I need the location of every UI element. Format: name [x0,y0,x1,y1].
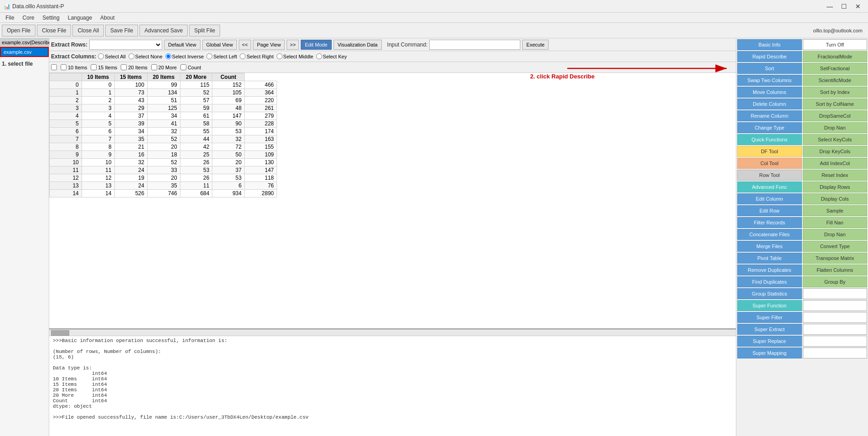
menu-setting[interactable]: Setting [39,14,63,22]
right-panel-button-display-cols[interactable]: Display Cols [803,193,868,204]
table-cell: 934 [212,190,245,197]
select-none-radio[interactable]: Select None [128,53,163,59]
extract-rows-select[interactable] [89,40,162,50]
table-cell: 76 [245,182,277,190]
right-panel-row: Concatenate FilesDrop Nan [737,229,867,240]
right-panel-button-drop-nan[interactable]: Drop Nan [803,229,868,240]
page-view-button[interactable]: Page View [253,40,285,50]
select-key-radio[interactable]: Select Key [316,53,347,59]
right-panel-button-sample[interactable]: Sample [803,205,868,216]
right-panel-button-quick-functions[interactable]: Quick Functions [737,134,802,145]
table-cell-label: 6 [82,128,114,135]
menu-file[interactable]: File [2,14,18,22]
right-panel-row: Basic InfoTurn Off [737,39,867,50]
data-table-area[interactable]: 10 Items 15 Items 20 Items 20 More Count… [49,73,736,329]
right-panel-button-super-filter[interactable]: Super Filter [737,312,802,323]
table-row: 8821204272155 [50,143,277,151]
next-page-button[interactable]: >> [287,40,299,50]
file-item-example[interactable]: example.csv [0,47,49,57]
right-panel-button-filter-records[interactable]: Filter Records [737,217,802,228]
right-panel-button-sort-by-colname[interactable]: Sort by ColName [803,99,868,109]
right-panel-button-group-by[interactable]: Group By [803,276,868,287]
visualization-button[interactable]: Visualization Data [334,40,382,50]
default-view-button[interactable]: Default View [164,40,200,50]
right-panel-button-delete-column[interactable]: Delete Column [737,99,802,109]
table-cell-index: 7 [50,135,82,143]
close-file-button[interactable]: Close File [37,25,71,36]
right-panel-button-super-extract[interactable]: Super Extract [737,324,802,335]
20-items-checkbox[interactable]: 20 Items [121,64,147,70]
open-file-button[interactable]: Open File [2,25,36,36]
right-panel-button-row-tool[interactable]: Row Tool [737,170,802,181]
select-inverse-radio[interactable]: Select Inverse [165,53,204,59]
right-panel-button-drop-keycols[interactable]: Drop KeyCols [803,146,868,157]
global-view-button[interactable]: Global View [202,40,237,50]
right-panel-button-edit-row[interactable]: Edit Row [737,205,802,216]
15-items-checkbox[interactable]: 15 Items [91,64,117,70]
right-panel-button-move-columns[interactable]: Move Columns [737,87,802,98]
table-cell: 99 [147,81,180,89]
horizontal-scrollbar[interactable] [49,329,736,336]
right-panel-button-df-tool[interactable]: DF Tool [737,146,802,157]
execute-button[interactable]: Execute [522,40,549,50]
right-panel-button-remove-duplicates[interactable]: Remove Duplicates [737,265,802,275]
close-all-button[interactable]: Close All [72,25,104,36]
menu-about[interactable]: About [97,14,118,22]
10-items-checkbox[interactable]: 10 Items [61,64,87,70]
save-file-button[interactable]: Save File [105,25,138,36]
right-panel-button-group-statistics[interactable]: Group Statistics [737,288,802,299]
right-panel-button-basic-info[interactable]: Basic Info [737,39,802,50]
right-panel-button-super-replace[interactable]: Super Replace [737,336,802,347]
menu-language[interactable]: Language [64,14,96,22]
table-cell: 29 [114,104,147,112]
items-bar-checkbox[interactable] [51,64,57,70]
right-panel-button-flatten-columns[interactable]: Flatten Columns [803,265,868,275]
right-panel-button-super-function[interactable]: Super Function [737,300,802,311]
select-middle-radio[interactable]: Select Middle [277,53,313,59]
right-panel-button-merge-files[interactable]: Merge Files [737,241,802,252]
scrollbar-thumb[interactable] [51,330,69,336]
right-panel-button-drop-nan[interactable]: Drop Nan [803,122,868,133]
close-button[interactable]: ✕ [852,2,864,11]
right-panel-button-add-indexcol[interactable]: Add IndexCol [803,158,868,169]
right-panel-button-edit-column[interactable]: Edit Column [737,193,802,204]
right-panel-button-find-duplicates[interactable]: Find Duplicates [737,276,802,287]
right-panel-button-convert-type[interactable]: Convert Type [803,241,868,252]
right-panel-button-transpose-matrix[interactable]: Transpose Matrix [803,253,868,264]
right-panel-button-change-type[interactable]: Change Type [737,122,802,133]
prev-page-button[interactable]: << [239,40,251,50]
right-panel-button-swap-two-columns[interactable]: Swap Two Columns [737,75,802,86]
table-cell: 52 [147,135,180,143]
select-all-radio[interactable]: Select All [98,53,125,59]
right-panel-button-advanced-func[interactable]: Advanced Func [737,182,802,192]
table-cell: 20 [147,143,180,151]
right-panel-button-rename-column[interactable]: Rename Column [737,110,802,121]
right-panel-button-dropsamecol[interactable]: DropSameCol [803,110,868,121]
right-panel-button-fill-nan[interactable]: Fill Nan [803,217,868,228]
input-command-field[interactable] [429,40,520,50]
right-panel-button-rapid-describe[interactable]: Rapid Describe [737,51,802,62]
right-panel-button-scientificmode[interactable]: ScientificMode [803,75,868,86]
right-panel-button-col-tool[interactable]: Col Tool [737,158,802,169]
right-panel-button-turn-off[interactable]: Turn Off [803,39,868,50]
right-panel-button-setfractional[interactable]: SetFractional [803,63,868,74]
20-more-checkbox[interactable]: 20 More [151,64,177,70]
right-panel-button-pivot-table[interactable]: Pivot Table [737,253,802,264]
edit-mode-button[interactable]: Edit Mode [301,40,332,50]
right-panel-button-super-mapping[interactable]: Super Mapping [737,348,802,358]
right-panel-button-sort[interactable]: Sort [737,63,802,74]
select-left-radio[interactable]: Select Left [206,53,237,59]
minimize-button[interactable]: — [823,2,837,11]
menu-core[interactable]: Core [19,14,38,22]
right-panel-button-sort-by-index[interactable]: Sort by Index [803,87,868,98]
select-right-radio[interactable]: Select Right [240,53,273,59]
right-panel-button-concatenate-files[interactable]: Concatenate Files [737,229,802,240]
maximize-button[interactable]: ☐ [837,2,851,11]
count-checkbox[interactable]: Count [180,64,201,70]
right-panel-button-select-keycols[interactable]: Select KeyCols [803,134,868,145]
split-file-button[interactable]: Split File [189,25,220,36]
right-panel-button-fractionalmode[interactable]: FractionalMode [803,51,868,62]
advanced-save-button[interactable]: Advanced Save [139,25,188,36]
right-panel-button-display-rows[interactable]: Display Rows [803,182,868,192]
right-panel-button-reset-index[interactable]: Reset Index [803,170,868,181]
